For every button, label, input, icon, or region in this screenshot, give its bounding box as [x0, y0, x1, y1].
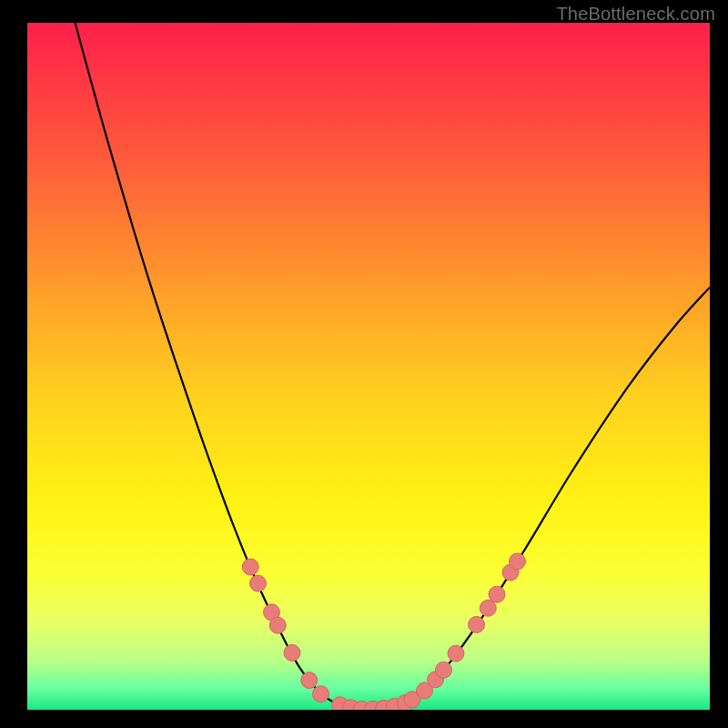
data-point — [250, 575, 267, 592]
data-point — [301, 672, 318, 689]
data-point — [469, 616, 485, 632]
data-point — [489, 586, 505, 602]
plot-area — [27, 23, 710, 710]
data-point — [510, 553, 526, 570]
data-point — [313, 686, 329, 703]
data-point — [436, 662, 452, 678]
data-point — [448, 645, 464, 662]
data-point — [284, 644, 300, 661]
chart-frame: TheBottleneck.com — [0, 0, 728, 728]
data-point — [242, 559, 258, 575]
bottleneck-curve — [27, 23, 710, 710]
data-point — [269, 617, 286, 633]
watermark-text: TheBottleneck.com — [556, 4, 715, 25]
